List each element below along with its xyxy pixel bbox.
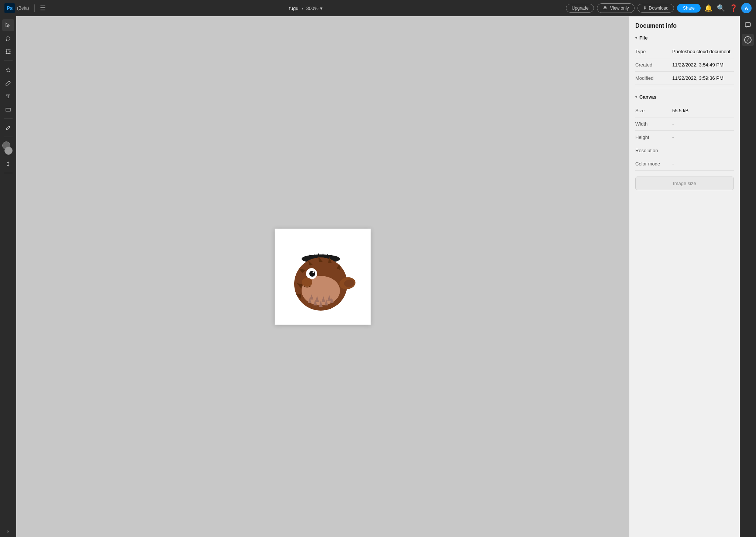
canvas-section-title: Canvas (639, 94, 656, 100)
file-dropdown-arrow[interactable]: ▾ (302, 6, 303, 10)
tool-separator-3 (4, 137, 13, 137)
created-label: Created (635, 62, 672, 68)
height-value: - (672, 134, 734, 140)
canvas-section-arrow: ▾ (635, 95, 637, 99)
canvas-section: ▾ Canvas Size 55.5 kB Width - Height - R… (635, 94, 734, 190)
color-mode-row: Color mode - (635, 157, 734, 171)
eyedropper-tool[interactable] (2, 122, 14, 134)
avatar[interactable]: A (741, 3, 752, 13)
upgrade-button[interactable]: Upgrade (566, 4, 594, 13)
height-label: Height (635, 134, 672, 140)
color-mode-value: - (672, 161, 734, 167)
info-circle: i (744, 36, 752, 44)
fugu-artwork (282, 236, 363, 317)
type-value: Photoshop cloud document (672, 49, 734, 54)
color-swatches[interactable] (2, 140, 14, 152)
topbar-right: Upgrade 👁 View only ⬇ Download Share 🔔 🔍… (566, 3, 752, 13)
view-only-button[interactable]: 👁 View only (597, 3, 634, 13)
file-section-arrow: ▾ (635, 36, 637, 40)
resolution-value: - (672, 148, 734, 153)
zoom-level: 300% (306, 6, 319, 11)
lasso-tool[interactable] (2, 33, 14, 44)
file-section-header[interactable]: ▾ File (635, 35, 734, 41)
svg-point-3 (6, 49, 7, 51)
color-mode-label: Color mode (635, 161, 672, 167)
modified-row: Modified 11/22/2022, 3:59:36 PM (635, 72, 734, 85)
section-divider (635, 88, 734, 88)
right-icons-panel: i (740, 16, 756, 537)
width-value: - (672, 121, 734, 127)
tool-separator-2 (4, 119, 13, 119)
canvas-section-header[interactable]: ▾ Canvas (635, 94, 734, 100)
transform-tool[interactable] (2, 46, 14, 58)
file-section-title: File (639, 35, 647, 41)
size-value: 55.5 kB (672, 108, 734, 113)
left-toolbar: T « (0, 16, 16, 537)
image-size-button[interactable]: Image size (635, 177, 734, 190)
scroll-tool[interactable] (2, 158, 14, 170)
view-only-label: View only (610, 6, 629, 11)
svg-point-7 (8, 49, 9, 51)
download-icon: ⬇ (643, 6, 647, 11)
svg-point-4 (10, 49, 11, 51)
svg-rect-46 (745, 23, 750, 27)
topbar: Ps (Beta) ☰ fugu ▾ 300% ▾ Upgrade 👁 View… (0, 0, 756, 16)
tool-separator-5 (4, 173, 13, 173)
brush-tool[interactable] (2, 77, 14, 89)
select-tool[interactable] (2, 19, 14, 31)
svg-point-43 (309, 271, 315, 277)
search-icon[interactable]: 🔍 (717, 4, 725, 12)
topbar-center: fugu ▾ 300% ▾ (49, 6, 563, 11)
svg-point-10 (10, 51, 11, 52)
svg-point-0 (6, 37, 10, 40)
right-panel: Document info ▾ File Type Photoshop clou… (629, 16, 740, 537)
help-icon[interactable]: ❓ (729, 4, 738, 12)
healing-tool[interactable] (2, 64, 14, 76)
panel-content: Document info ▾ File Type Photoshop clou… (629, 17, 740, 196)
eye-icon: 👁 (602, 5, 608, 11)
modified-label: Modified (635, 75, 672, 81)
text-tool[interactable]: T (2, 90, 14, 102)
svg-rect-12 (6, 108, 10, 111)
svg-line-1 (6, 40, 7, 41)
width-label: Width (635, 121, 672, 127)
created-value: 11/22/2022, 3:54:49 PM (672, 62, 734, 68)
size-row: Size 55.5 kB (635, 104, 734, 117)
info-icon-button[interactable]: i (742, 34, 754, 46)
width-row: Width - (635, 117, 734, 131)
svg-point-13 (9, 126, 10, 127)
artwork-canvas (275, 229, 371, 325)
svg-line-11 (8, 82, 10, 83)
tool-separator-1 (4, 61, 13, 61)
zoom-dropdown-arrow[interactable]: ▾ (320, 6, 323, 11)
beta-label: (Beta) (17, 6, 29, 11)
share-button[interactable]: Share (677, 4, 701, 13)
resolution-label: Resolution (635, 148, 672, 153)
ps-logo-icon: Ps (4, 3, 15, 13)
tool-separator-4 (4, 155, 13, 155)
topbar-divider (34, 4, 35, 12)
svg-point-44 (313, 271, 315, 273)
comment-icon-button[interactable] (742, 19, 754, 31)
collapse-toolbar-button[interactable]: « (7, 528, 10, 534)
bell-icon[interactable]: 🔔 (704, 4, 712, 12)
svg-point-6 (10, 53, 11, 54)
svg-point-45 (302, 278, 312, 287)
canvas-area (16, 16, 629, 537)
file-name: fugu (289, 6, 298, 11)
type-label: Type (635, 49, 672, 54)
background-color[interactable] (4, 147, 13, 155)
resolution-row: Resolution - (635, 144, 734, 157)
download-label: Download (649, 6, 669, 11)
app-logo: Ps (Beta) (4, 3, 29, 13)
hamburger-icon[interactable]: ☰ (40, 4, 46, 12)
created-row: Created 11/22/2022, 3:54:49 PM (635, 58, 734, 72)
svg-point-9 (6, 51, 7, 52)
modified-value: 11/22/2022, 3:59:36 PM (672, 75, 734, 81)
zoom-control[interactable]: 300% ▾ (306, 6, 323, 11)
height-row: Height - (635, 131, 734, 144)
shape-tool[interactable] (2, 104, 14, 116)
download-button[interactable]: ⬇ Download (638, 4, 674, 13)
svg-point-5 (6, 53, 7, 54)
size-label: Size (635, 108, 672, 113)
